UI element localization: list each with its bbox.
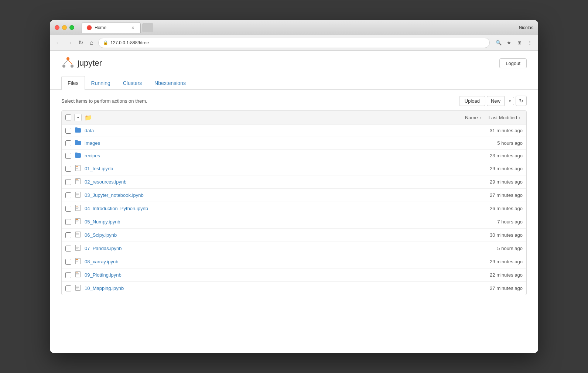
- svg-rect-12: [76, 180, 79, 181]
- svg-rect-23: [76, 206, 78, 206]
- sort-by-name-button[interactable]: Name ↑: [463, 114, 483, 121]
- row-checkbox[interactable]: [65, 206, 71, 212]
- file-name[interactable]: 05_Numpy.ipynb: [85, 219, 468, 225]
- svg-rect-59: [76, 286, 78, 286]
- row-checkbox[interactable]: [65, 179, 71, 185]
- notebook-icon: [74, 192, 82, 199]
- row-checkbox[interactable]: [65, 219, 71, 225]
- tab-nbextensions[interactable]: Nbextensions: [148, 76, 192, 90]
- svg-rect-29: [76, 219, 78, 220]
- tab-bar: 🔴 Home ×: [82, 22, 519, 33]
- svg-point-1: [71, 65, 74, 68]
- url-bar[interactable]: 🔒 127.0.0.1:8889/tree: [98, 38, 490, 48]
- table-row: 01_test.ipynb 29 minutes ago: [62, 162, 526, 175]
- svg-rect-50: [76, 261, 78, 262]
- back-button[interactable]: ←: [54, 38, 63, 47]
- file-name[interactable]: recipes: [85, 153, 468, 158]
- table-row: 07_Pandas.ipynb 5 hours ago: [62, 242, 526, 255]
- select-all-checkbox[interactable]: [65, 114, 71, 120]
- logout-button[interactable]: Logout: [499, 58, 527, 68]
- row-checkbox[interactable]: [65, 232, 71, 238]
- svg-rect-32: [76, 222, 78, 222]
- svg-rect-8: [76, 168, 78, 169]
- svg-rect-48: [76, 260, 79, 260]
- svg-rect-19: [76, 194, 79, 195]
- notebook-icon: [74, 232, 82, 239]
- svg-rect-38: [76, 235, 78, 235]
- close-button[interactable]: [55, 25, 59, 30]
- notebook-icon: [74, 205, 82, 212]
- svg-rect-54: [76, 273, 79, 274]
- row-checkbox[interactable]: [65, 272, 71, 278]
- file-name[interactable]: 02_resources.ipynb: [85, 179, 468, 185]
- file-name[interactable]: images: [85, 140, 468, 146]
- sort-by-modified-button[interactable]: Last Modified ↑: [486, 114, 523, 121]
- table-row: images 5 hours ago: [62, 137, 526, 150]
- file-modified: 5 hours ago: [471, 246, 523, 251]
- svg-rect-25: [76, 208, 79, 208]
- svg-rect-61: [76, 287, 79, 288]
- file-name[interactable]: 09_Plotting.ipynb: [85, 272, 468, 278]
- browser-tab[interactable]: 🔴 Home ×: [82, 22, 141, 33]
- table-row: 03_Jupyter_notebook.ipynb 27 minutes ago: [62, 189, 526, 202]
- new-folder-icon[interactable]: 📁: [85, 114, 92, 121]
- new-tab-button[interactable]: [142, 23, 153, 32]
- file-browser: Select items to perform actions on them.…: [50, 90, 538, 353]
- maximize-button[interactable]: [69, 25, 74, 30]
- file-name[interactable]: 10_Mapping.ipynb: [85, 285, 468, 291]
- file-actions-row: Select items to perform actions on them.…: [61, 96, 527, 106]
- file-name[interactable]: 06_Scipy.ipynb: [85, 232, 468, 238]
- minimize-button[interactable]: [62, 25, 67, 30]
- extensions-button[interactable]: ⊞: [515, 38, 524, 47]
- row-checkbox[interactable]: [65, 259, 71, 265]
- header-dropdown[interactable]: ▾: [74, 114, 82, 121]
- file-name[interactable]: 04_Introduction_Python.ipynb: [85, 206, 468, 211]
- row-checkbox[interactable]: [65, 246, 71, 251]
- svg-rect-17: [76, 193, 78, 193]
- bookmark-button[interactable]: ★: [505, 38, 513, 47]
- forward-button[interactable]: →: [65, 38, 74, 47]
- home-button[interactable]: ⌂: [87, 38, 96, 47]
- tab-title: Home: [95, 25, 106, 30]
- row-checkbox[interactable]: [65, 285, 71, 291]
- svg-rect-5: [76, 166, 78, 167]
- notebook-icon: [74, 271, 82, 278]
- notebook-icon: [74, 285, 82, 292]
- address-bar: ← → ↻ ⌂ 🔒 127.0.0.1:8889/tree 🔍 ★ ⊞ ⋮: [50, 35, 538, 51]
- refresh-button[interactable]: ↻: [516, 96, 527, 106]
- tab-close-button[interactable]: ×: [131, 25, 134, 31]
- zoom-button[interactable]: 🔍: [494, 38, 503, 47]
- file-name[interactable]: data: [85, 128, 468, 133]
- tab-clusters[interactable]: Clusters: [117, 76, 148, 90]
- row-checkbox[interactable]: [65, 192, 71, 198]
- upload-button[interactable]: Upload: [459, 96, 485, 106]
- table-row: recipes 23 minutes ago: [62, 150, 526, 162]
- menu-button[interactable]: ⋮: [525, 38, 534, 47]
- svg-rect-24: [76, 207, 79, 207]
- new-dropdown-button[interactable]: ▾: [506, 97, 514, 105]
- folder-icon: [74, 140, 82, 146]
- notebook-icon: [74, 245, 82, 252]
- jupyter-logo-icon: [61, 57, 75, 70]
- modified-col-label: Last Modified: [489, 115, 517, 120]
- svg-rect-6: [76, 167, 79, 167]
- reload-button[interactable]: ↻: [76, 38, 85, 47]
- file-name[interactable]: 03_Jupyter_notebook.ipynb: [85, 192, 468, 198]
- row-checkbox[interactable]: [65, 153, 71, 159]
- file-modified: 29 minutes ago: [471, 259, 523, 264]
- file-name[interactable]: 07_Pandas.ipynb: [85, 246, 468, 251]
- file-name[interactable]: 08_xarray.ipynb: [85, 259, 468, 264]
- new-button[interactable]: New: [487, 96, 505, 106]
- file-modified: 27 minutes ago: [471, 285, 523, 291]
- file-modified: 26 minutes ago: [471, 206, 523, 211]
- jupyter-header: jupyter Logout: [50, 51, 538, 76]
- tab-files[interactable]: Files: [61, 76, 85, 90]
- tab-running[interactable]: Running: [85, 76, 117, 90]
- row-checkbox[interactable]: [65, 128, 71, 134]
- row-checkbox[interactable]: [65, 166, 71, 172]
- svg-rect-62: [76, 288, 78, 288]
- folder-icon: [74, 153, 82, 159]
- file-modified: 29 minutes ago: [471, 179, 523, 185]
- row-checkbox[interactable]: [65, 140, 71, 146]
- file-name[interactable]: 01_test.ipynb: [85, 166, 468, 171]
